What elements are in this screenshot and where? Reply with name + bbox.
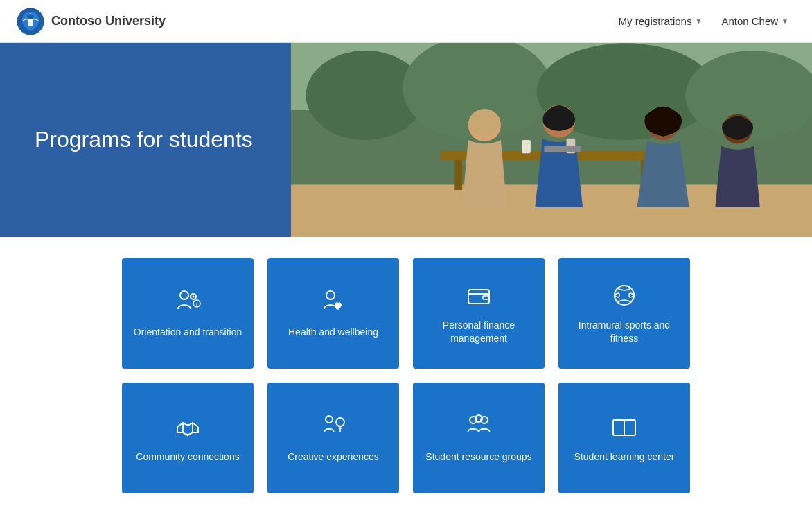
card-health-label: Health and wellbeing (288, 326, 378, 339)
hero-banner: Programs for students (0, 43, 812, 237)
card-resource-groups[interactable]: Student resource groups (413, 383, 545, 493)
user-menu-chevron-icon: ▼ (782, 17, 788, 25)
user-menu-button[interactable]: Anton Chew ▼ (714, 11, 795, 31)
svg-rect-27 (483, 296, 488, 299)
sports-icon (610, 281, 638, 309)
creative-icon (319, 413, 347, 441)
orientation-icon: i (174, 288, 202, 316)
card-intramural[interactable]: Intramural sports and fitness (558, 258, 690, 369)
card-intramural-label: Intramural sports and fitness (567, 319, 682, 345)
card-resource-groups-label: Student resource groups (425, 450, 531, 464)
cards-row-1: i Orientation and transition Health and … (97, 258, 715, 369)
card-orientation[interactable]: i Orientation and transition (122, 258, 254, 369)
card-learning-center[interactable]: Student learning center (558, 383, 690, 493)
navbar-brand: Contoso University (17, 8, 166, 35)
card-learning-center-label: Student learning center (574, 450, 675, 464)
svg-text:i: i (196, 302, 197, 307)
hero-scene-image (291, 43, 812, 237)
card-orientation-label: Orientation and transition (134, 326, 242, 339)
card-creative-label: Creative experiences (288, 450, 379, 464)
health-icon (319, 288, 347, 316)
navbar-right: My registrations ▼ Anton Chew ▼ (612, 11, 795, 31)
svg-rect-10 (454, 160, 462, 190)
my-registrations-label: My registrations (619, 15, 692, 27)
svg-point-31 (336, 418, 344, 426)
contoso-logo-icon (17, 8, 44, 35)
my-registrations-button[interactable]: My registrations ▼ (612, 11, 709, 31)
groups-icon (465, 413, 493, 441)
svg-rect-15 (522, 140, 531, 153)
card-community-label: Community connections (136, 450, 239, 464)
hero-text-area: Programs for students (0, 43, 291, 237)
my-registrations-chevron-icon: ▼ (695, 17, 702, 25)
cards-row-2: Community connections Creative experienc… (97, 383, 715, 493)
cards-section: i Orientation and transition Health and … (0, 237, 812, 508)
hero-title: Programs for students (35, 125, 253, 155)
svg-rect-26 (468, 290, 489, 304)
finance-icon (465, 281, 493, 309)
card-finance-label: Personal finance management (421, 319, 536, 345)
svg-point-21 (193, 295, 195, 297)
hero-image-area (291, 43, 812, 237)
card-creative[interactable]: Creative experiences (267, 383, 399, 493)
community-icon (174, 413, 202, 441)
svg-point-29 (187, 434, 189, 436)
card-health[interactable]: Health and wellbeing (267, 258, 399, 369)
svg-rect-17 (544, 146, 581, 152)
card-community[interactable]: Community connections (122, 383, 254, 493)
svg-point-25 (326, 291, 335, 299)
card-finance[interactable]: Personal finance management (413, 258, 545, 369)
navbar: Contoso University My registrations ▼ An… (0, 0, 812, 43)
learning-icon (610, 413, 638, 441)
user-name-label: Anton Chew (721, 15, 778, 27)
svg-point-19 (180, 291, 188, 299)
svg-point-1 (27, 14, 34, 19)
navbar-title: Contoso University (51, 14, 166, 28)
svg-point-30 (326, 416, 333, 423)
